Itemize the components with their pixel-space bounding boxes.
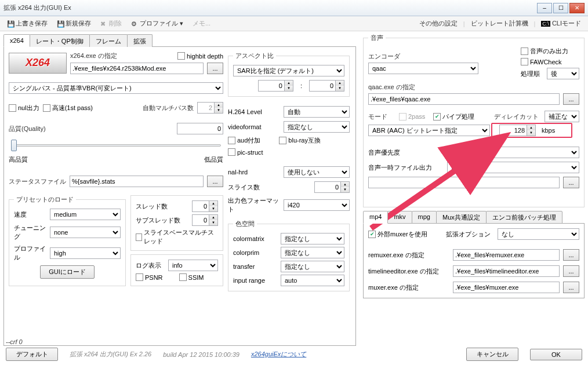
colormatrix-select[interactable]: 指定なし bbox=[281, 233, 344, 244]
outfmt-select[interactable]: i420 bbox=[284, 199, 350, 211]
default-button[interactable]: デフォルト bbox=[6, 348, 58, 361]
tab-rate[interactable]: レート・QP制御 bbox=[30, 34, 90, 47]
tab-x264[interactable]: x264 bbox=[3, 34, 30, 47]
order-select[interactable]: 後 bbox=[547, 68, 579, 79]
status-file-browse[interactable]: ... bbox=[207, 176, 223, 187]
fawcheck-checkbox[interactable]: FAWCheck bbox=[521, 58, 579, 65]
muxer-label: muxer.exe の指定 bbox=[368, 283, 449, 292]
temp-label: 音声一時ファイル出力 bbox=[368, 163, 444, 172]
mux-tab-common[interactable]: Mux共通設定 bbox=[436, 211, 487, 224]
videoformat-select[interactable]: 指定なし bbox=[284, 121, 350, 133]
encoder-select[interactable]: qaac bbox=[368, 63, 478, 74]
profile-menu[interactable]: ⚙プロファイル ▾ bbox=[128, 18, 187, 29]
psnr-checkbox[interactable]: PSNR bbox=[136, 273, 163, 281]
log-disp-label: ログ表示 bbox=[136, 261, 161, 270]
gui-load-button[interactable]: GUIにロード bbox=[40, 265, 95, 279]
save-overwrite-button[interactable]: 💾上書き保存 bbox=[3, 18, 51, 29]
timeline-input[interactable] bbox=[453, 265, 560, 277]
qaac-path-input[interactable] bbox=[368, 93, 560, 105]
pipe-checkbox[interactable]: ✔パイプ処理 bbox=[433, 112, 474, 121]
slice-thread-checkbox[interactable]: スライスベースマルチスレッド bbox=[136, 228, 218, 246]
tab-ext[interactable]: 拡張 bbox=[127, 34, 153, 47]
remuxer-browse[interactable]: ... bbox=[563, 249, 579, 261]
tab-frame[interactable]: フレーム bbox=[89, 34, 128, 47]
timeline-label: timelineeditor.exe の指定 bbox=[368, 267, 449, 276]
ssim-checkbox[interactable]: SSIM bbox=[179, 273, 204, 281]
picstruct-checkbox[interactable]: pic-struct bbox=[228, 148, 350, 156]
preset-load-legend: プリセットのロード bbox=[14, 195, 76, 204]
other-settings-button[interactable]: その他の設定 bbox=[416, 18, 461, 29]
colorspace-legend: 色空間 bbox=[233, 220, 257, 228]
remuxer-input[interactable] bbox=[453, 249, 560, 261]
cli-mode-button[interactable]: C:\CLIモード bbox=[538, 18, 585, 29]
aspect-mode-select[interactable]: SAR比を指定 (デフォルト) bbox=[233, 65, 344, 76]
priority-select[interactable]: AviutlSync bbox=[447, 147, 579, 158]
ok-button[interactable]: OK bbox=[530, 349, 582, 360]
cancel-button[interactable]: キャンセル bbox=[466, 348, 518, 361]
sar2-spinner[interactable]: ▲▼ bbox=[309, 80, 344, 92]
delay-select[interactable]: 補正なし bbox=[545, 111, 579, 122]
audio-only-checkbox[interactable]: 音声のみ出力 bbox=[521, 47, 579, 56]
minimize-button[interactable]: – bbox=[537, 3, 552, 13]
memo-button[interactable]: メモ... bbox=[189, 18, 214, 29]
audio-mode-select[interactable]: ABR (AAC) ビットレート指定 bbox=[368, 125, 490, 136]
aud-checkbox[interactable]: aud付加 bbox=[228, 136, 260, 145]
delete-icon: ✖ bbox=[100, 20, 107, 27]
bluray-checkbox[interactable]: blu-ray互換 bbox=[279, 136, 321, 145]
highbit-checkbox[interactable]: highbit depth bbox=[177, 52, 223, 60]
muxer-input[interactable] bbox=[453, 282, 560, 293]
exe-label: x264.exe の指定 bbox=[70, 52, 117, 60]
fast-1stpass-checkbox[interactable]: 高速(1st pass) bbox=[43, 104, 93, 112]
encoder-label: エンコーダ bbox=[368, 52, 517, 61]
timeline-browse[interactable]: ... bbox=[563, 265, 579, 277]
ext-muxer-checkbox[interactable]: ✔外部muxerを使用 bbox=[368, 230, 427, 239]
bitrate-calc-button[interactable]: ビットレート計算機 bbox=[467, 18, 532, 29]
tuning-select[interactable]: none bbox=[50, 227, 121, 238]
ext-opt-label: 拡張オプション bbox=[446, 230, 491, 239]
exe-browse-button[interactable]: ... bbox=[207, 63, 223, 74]
delete-button[interactable]: ✖削除 bbox=[97, 18, 125, 29]
save-new-button[interactable]: 💾新規保存 bbox=[53, 18, 95, 29]
qaac-browse-button[interactable]: ... bbox=[563, 93, 579, 105]
slices-spinner[interactable]: ▲▼ bbox=[314, 181, 350, 193]
disk-icon: 💾 bbox=[7, 20, 14, 27]
hq-label: 高品質 bbox=[9, 155, 28, 164]
twopass-checkbox[interactable]: 2pass bbox=[399, 113, 425, 121]
speed-select[interactable]: medium bbox=[50, 209, 121, 220]
nalhrd-select[interactable]: 使用しない bbox=[284, 166, 350, 178]
status-file-label: ステータスファイル bbox=[9, 177, 66, 186]
maximize-button[interactable]: ☐ bbox=[553, 3, 568, 13]
status-file-input[interactable] bbox=[70, 176, 204, 187]
colorprim-select[interactable]: 指定なし bbox=[281, 247, 344, 258]
delay-label: ディレイカット bbox=[494, 112, 539, 121]
log-select[interactable]: info bbox=[168, 260, 218, 271]
transfer-select[interactable]: 指定なし bbox=[281, 261, 344, 272]
videoformat-label: videoformat bbox=[228, 123, 280, 130]
window-title: 拡張 x264 出力(GUI) Ex bbox=[3, 3, 537, 12]
profile-select[interactable]: high bbox=[50, 247, 121, 259]
mux-tab-mkv[interactable]: mkv bbox=[387, 211, 412, 224]
quality-input[interactable] bbox=[177, 123, 223, 134]
remuxer-label: remuxer.exe の指定 bbox=[368, 251, 449, 260]
muxer-browse[interactable]: ... bbox=[563, 282, 579, 293]
auto-multipass-spinner[interactable]: ▲▼ bbox=[197, 102, 223, 114]
inputrange-select[interactable]: auto bbox=[281, 275, 344, 286]
ext-opt-select[interactable]: なし bbox=[498, 228, 579, 240]
mux-tab-mpg[interactable]: mpg bbox=[412, 211, 437, 224]
mux-tab-batch[interactable]: エンコ前後バッチ処理 bbox=[486, 211, 562, 224]
sar1-spinner[interactable]: ▲▼ bbox=[258, 80, 293, 92]
close-button[interactable]: ✕ bbox=[569, 3, 585, 13]
audio-extra-browse[interactable]: ... bbox=[563, 177, 579, 188]
exe-path-input[interactable] bbox=[70, 63, 204, 74]
threads-spinner[interactable]: ▲▼ bbox=[192, 200, 218, 212]
subthreads-spinner[interactable]: ▲▼ bbox=[192, 214, 218, 226]
h264level-select[interactable]: 自動 bbox=[284, 106, 350, 118]
temp-select[interactable]: 変更しない bbox=[447, 162, 579, 173]
nul-output-checkbox[interactable]: nul出力 bbox=[9, 104, 39, 112]
mode-select[interactable]: シングルパス - 品質基準VBR(可変レート) bbox=[9, 82, 223, 94]
audio-extra-input[interactable] bbox=[368, 177, 560, 188]
mux-tab-mp4[interactable]: mp4 bbox=[363, 211, 388, 224]
about-link[interactable]: x264guiExについて bbox=[251, 350, 306, 359]
quality-slider[interactable] bbox=[9, 138, 223, 152]
profile-label: プロファイル bbox=[14, 244, 46, 262]
